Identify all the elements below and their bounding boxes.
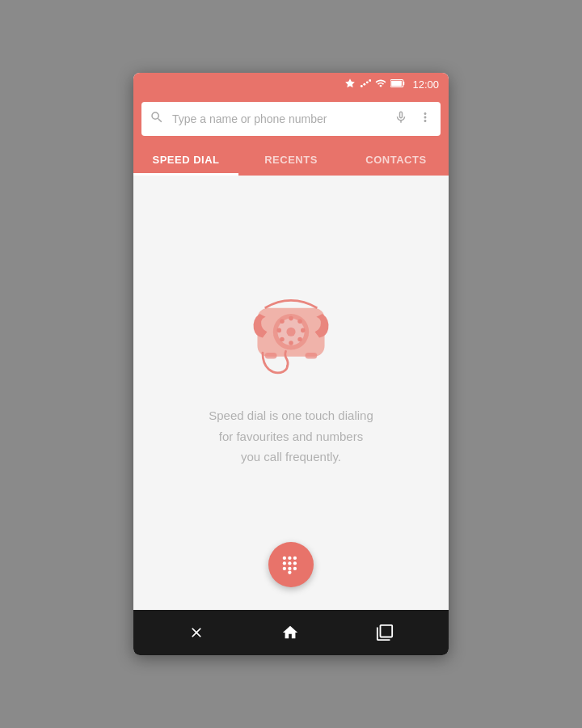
svg-point-18 bbox=[280, 320, 285, 324]
more-options-icon[interactable] bbox=[418, 110, 432, 129]
svg-point-22 bbox=[288, 557, 291, 560]
empty-line-2: for favourites and numbers bbox=[219, 430, 363, 443]
svg-point-13 bbox=[301, 328, 306, 333]
home-button[interactable] bbox=[265, 617, 315, 648]
svg-point-30 bbox=[288, 571, 291, 574]
svg-point-0 bbox=[361, 85, 363, 87]
signal-dots-icon bbox=[360, 78, 371, 91]
svg-point-25 bbox=[288, 561, 291, 565]
microphone-icon[interactable] bbox=[394, 110, 408, 129]
svg-point-21 bbox=[283, 557, 286, 560]
status-icons: 12:00 bbox=[344, 78, 439, 91]
svg-point-17 bbox=[276, 328, 281, 333]
empty-line-1: Speed dial is one touch dialing bbox=[209, 408, 373, 422]
svg-point-27 bbox=[283, 567, 286, 570]
tab-contacts[interactable]: CONTACTS bbox=[344, 144, 449, 174]
phone-frame: 12:00 Type a name or phone number SPEED … bbox=[133, 73, 449, 655]
search-bar: Type a name or phone number bbox=[133, 95, 449, 144]
tab-speed-dial[interactable]: SPEED DIAL bbox=[133, 144, 238, 174]
tab-recents[interactable]: RECENTS bbox=[238, 144, 344, 174]
bottom-nav bbox=[133, 610, 449, 655]
svg-point-10 bbox=[286, 328, 295, 336]
svg-rect-5 bbox=[403, 81, 405, 85]
search-icon bbox=[150, 110, 164, 128]
svg-point-24 bbox=[283, 561, 286, 565]
svg-point-15 bbox=[289, 341, 293, 346]
empty-state-text: Speed dial is one touch dialing for favo… bbox=[209, 405, 373, 468]
empty-state: Speed dial is one touch dialing for favo… bbox=[209, 286, 373, 468]
svg-rect-19 bbox=[265, 353, 277, 358]
star-icon bbox=[344, 78, 356, 91]
svg-point-1 bbox=[364, 83, 366, 85]
svg-point-3 bbox=[369, 79, 372, 82]
search-input-wrapper[interactable]: Type a name or phone number bbox=[141, 102, 441, 136]
search-placeholder-text: Type a name or phone number bbox=[172, 112, 394, 125]
svg-point-29 bbox=[293, 567, 297, 570]
main-content: Speed dial is one touch dialing for favo… bbox=[133, 176, 449, 610]
svg-point-2 bbox=[366, 81, 369, 83]
dialpad-icon bbox=[280, 554, 302, 575]
svg-point-26 bbox=[293, 561, 297, 565]
svg-point-23 bbox=[293, 557, 297, 560]
status-time: 12:00 bbox=[412, 78, 439, 91]
back-button[interactable] bbox=[172, 618, 221, 647]
recents-button[interactable] bbox=[360, 617, 410, 648]
svg-point-28 bbox=[288, 567, 291, 570]
svg-rect-20 bbox=[306, 353, 318, 358]
empty-line-3: you call frequently. bbox=[241, 450, 341, 463]
svg-point-16 bbox=[280, 337, 285, 342]
tabs-bar: SPEED DIAL RECENTS CONTACTS bbox=[133, 144, 449, 176]
status-bar: 12:00 bbox=[133, 73, 449, 95]
svg-point-14 bbox=[297, 337, 302, 342]
fab-button[interactable] bbox=[268, 542, 314, 587]
svg-point-12 bbox=[297, 320, 302, 324]
battery-icon bbox=[390, 78, 405, 91]
phone-illustration bbox=[238, 286, 344, 383]
svg-point-11 bbox=[289, 316, 293, 321]
network-bars-icon bbox=[375, 78, 386, 91]
svg-rect-6 bbox=[392, 80, 403, 86]
